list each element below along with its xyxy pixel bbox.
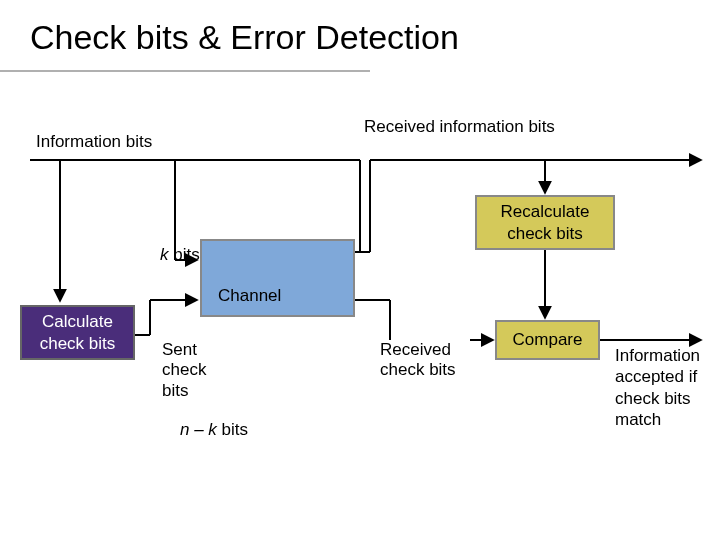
label-n-minus-k: n – k bits bbox=[180, 420, 248, 440]
label-received-info-bits: Received information bits bbox=[364, 117, 555, 137]
page-title: Check bits & Error Detection bbox=[30, 18, 459, 57]
n-k-italic: n – k bbox=[180, 420, 217, 439]
label-received-check-bits: Received check bits bbox=[380, 340, 470, 381]
label-information-bits: Information bits bbox=[36, 132, 152, 152]
n-k-text: bits bbox=[217, 420, 248, 439]
diagram-arrows bbox=[0, 0, 720, 540]
label-sent-check-bits: Sent check bits bbox=[162, 340, 222, 401]
box-calculate: Calculate check bits bbox=[20, 305, 135, 360]
box-recalculate: Recalculate check bits bbox=[475, 195, 615, 250]
k-italic: k bbox=[160, 245, 169, 264]
label-channel: Channel bbox=[218, 286, 281, 306]
k-bits-text: bits bbox=[169, 245, 200, 264]
box-compare: Compare bbox=[495, 320, 600, 360]
title-underline bbox=[0, 70, 370, 72]
label-info-accepted: Information accepted if check bits match bbox=[615, 345, 715, 430]
label-k-bits: k bits bbox=[160, 245, 200, 265]
